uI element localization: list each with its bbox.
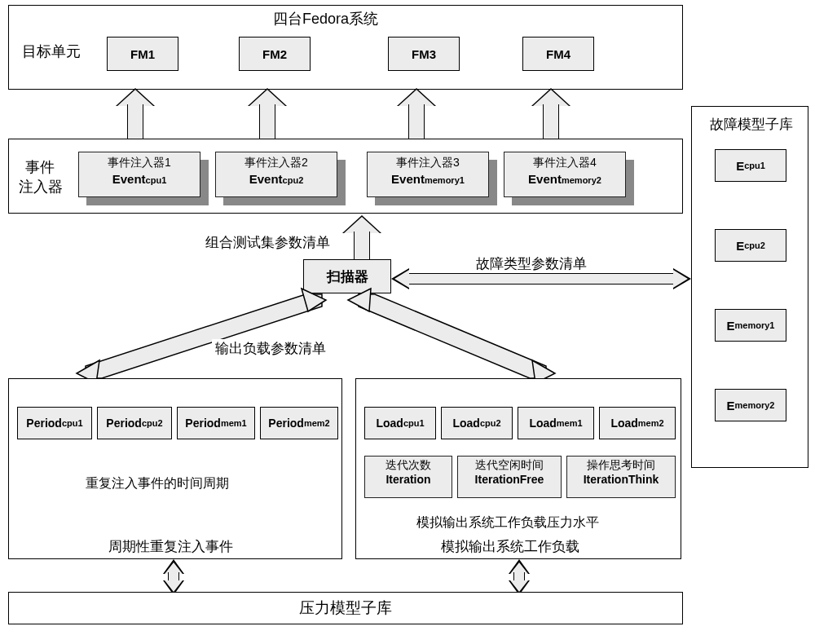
fault-e3: Ememory1 [715,309,786,342]
fm3: FM3 [388,37,460,71]
fault-params-label: 故障类型参数清单 [473,254,590,273]
arrow-fault-lib [393,273,689,285]
periods-footer: 周期性重复注入事件 [105,537,236,556]
scanner: 扫描器 [303,259,391,293]
period2: Periodcpu2 [97,407,172,439]
fault-e1: Ecpu1 [715,149,786,182]
iter2: 迭代空闲时间 IterationFree [457,456,562,498]
injector2: 事件注入器2 Eventcpu2 [215,152,337,197]
fm4: FM4 [522,37,594,71]
load3: Loadmem1 [518,407,594,439]
fedora-box: 四台Fedora系统 目标单元 FM1 FM2 FM3 FM4 [8,5,683,90]
period1: Periodcpu1 [17,407,92,439]
load1: Loadcpu1 [364,407,436,439]
svg-marker-3 [359,294,546,378]
iter1: 迭代次数 Iteration [364,456,452,498]
fm2: FM2 [239,37,311,71]
out-load-label: 输出负载参数清单 [212,339,329,358]
injector4: 事件注入器4 Eventmemory2 [504,152,626,197]
fault-e4: Ememory2 [715,389,786,421]
press-lib: 压力模型子库 [8,592,683,624]
periods-box: Periodcpu1 Periodcpu2 Periodmem1 Periodm… [8,378,342,559]
fedora-title: 四台Fedora系统 [270,9,381,29]
combo-label: 组合测试集参数清单 [202,233,333,252]
arrow-loads-press [513,561,525,593]
injector-side2: 注入器 [15,177,66,196]
loads-footer: 模拟输出系统工作负载 [438,537,583,556]
fault-lib-box: 故障模型子库 Ecpu1 Ecpu2 Ememory1 Ememory2 [691,106,808,468]
arrow-periods-press [168,561,179,593]
fault-lib-title: 故障模型子库 [707,115,796,134]
svg-marker-0 [86,294,322,378]
iter3: 操作思考时间 IterationThink [566,456,676,498]
fm1: FM1 [107,37,178,71]
load4: Loadmem2 [599,407,676,439]
press-lib-title: 压力模型子库 [299,598,392,619]
injector1: 事件注入器1 Eventcpu1 [78,152,200,197]
injector3: 事件注入器3 Eventmemory1 [367,152,489,197]
period4: Periodmem2 [260,407,338,439]
arrow-right-diag [371,292,550,390]
fault-e2: Ecpu2 [715,229,786,262]
loads-caption: 模拟输出系统工作负载压力水平 [413,514,602,532]
loads-box: Loadcpu1 Loadcpu2 Loadmem1 Loadmem2 迭代次数… [355,378,681,559]
load2: Loadcpu2 [441,407,513,439]
period3: Periodmem1 [177,407,255,439]
injector-side1: 事件 [22,157,58,177]
periods-caption: 重复注入事件的时间周期 [82,475,232,492]
target-unit-label: 目标单元 [19,42,84,61]
